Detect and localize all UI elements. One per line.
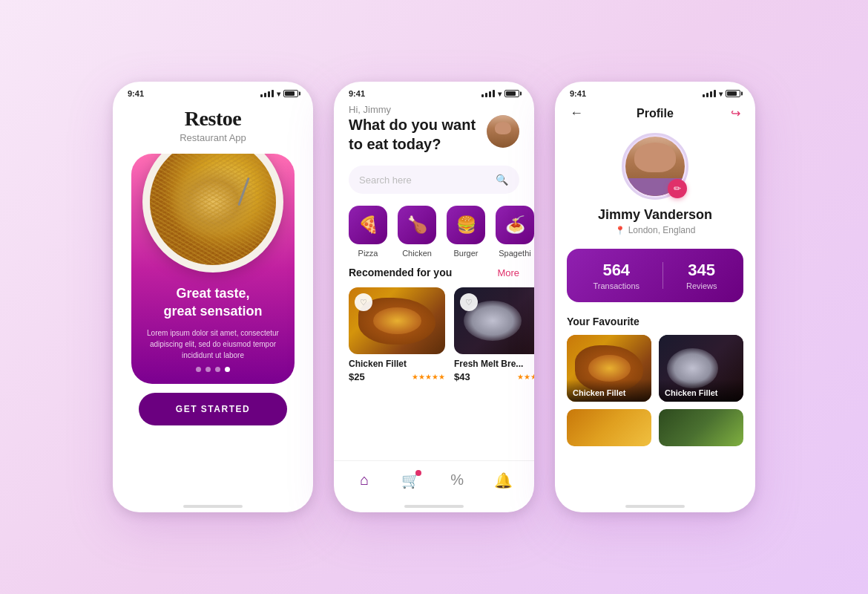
burger-label: Burger [453, 249, 478, 258]
food-card-name-2: Fresh Melt Bre... [454, 359, 534, 369]
wifi-icon-3: ▾ [719, 90, 723, 98]
pizza-icon: 🍕 [358, 215, 378, 235]
bottom-nav: ⌂ 🛒 % 🔔 [334, 460, 534, 499]
food-card-1[interactable]: ♡ Chicken Fillet $25 ★★★★★ [349, 287, 445, 382]
food-cards-row: ♡ Chicken Fillet $25 ★★★★★ ♡ Fresh Melt … [334, 281, 534, 388]
home-indicator-2 [404, 505, 464, 508]
phone2-content: Hi, Jimmy What do you want to eat today?… [334, 101, 534, 499]
status-bar-2: 9:41 ▾ [334, 82, 534, 101]
signal-icon-3 [703, 90, 716, 97]
burger-icon: 🍔 [456, 215, 476, 235]
greeting-row: What do you want to eat today? [349, 115, 519, 154]
category-spagethi[interactable]: 🍝 Spagethi [496, 206, 534, 258]
search-icon: 🔍 [494, 172, 509, 187]
wifi-icon-2: ▾ [498, 90, 502, 98]
spagethi-icon-box: 🍝 [496, 206, 534, 244]
dot-2 [206, 367, 211, 372]
logout-button[interactable]: ↪ [720, 106, 740, 120]
time-3: 9:41 [570, 89, 586, 98]
phone3-content: ← Profile ↪ ✏ Jimmy Vanderson 📍 London, … [555, 101, 755, 499]
signal-icon-2 [481, 90, 495, 97]
fav-img-4 [659, 409, 743, 446]
pizza-label: Pizza [358, 249, 378, 258]
back-button[interactable]: ← [570, 105, 591, 121]
signal-icon-1 [260, 90, 274, 97]
fav-item-2[interactable]: Chicken Fillet [659, 335, 743, 402]
section-title: Recomended for you [349, 267, 452, 278]
section-header: Recomended for you More [334, 264, 534, 281]
food-card-image-2: ♡ [454, 287, 534, 354]
categories-row: 🍕 Pizza 🍗 Chicken 🍔 Burger [334, 200, 534, 264]
profile-page-title: Profile [637, 107, 674, 120]
fav-item-4[interactable] [659, 409, 743, 446]
category-pizza[interactable]: 🍕 Pizza [349, 206, 387, 258]
greeting-small: Hi, Jimmy [349, 104, 519, 115]
fav-row2 [567, 409, 743, 446]
get-started-button[interactable]: GET STARTED [139, 393, 287, 425]
time-1: 9:41 [128, 89, 144, 98]
greeting-big: What do you want to eat today? [349, 115, 479, 154]
burger-icon-box: 🍔 [447, 206, 485, 244]
dot-4-active [225, 367, 230, 372]
favourites-section: Your Favourite Chicken Fillet Chicken Fi… [555, 310, 755, 499]
stat-transactions-value: 564 [602, 261, 630, 280]
nav-cart[interactable]: 🛒 [398, 467, 424, 494]
fav-item-1[interactable]: Chicken Fillet [567, 335, 651, 402]
home-indicator-3 [625, 505, 685, 508]
favourites-title: Your Favourite [567, 316, 743, 327]
food-card-image-1: ♡ [349, 287, 445, 354]
nav-discount[interactable]: % [444, 467, 470, 494]
category-burger[interactable]: 🍔 Burger [447, 206, 485, 258]
stats-card: 564 Transactions 345 Reviews [567, 249, 743, 302]
fav-label-2: Chicken Fillet [659, 379, 743, 402]
nav-bell[interactable]: 🔔 [490, 467, 517, 494]
food-visual [150, 154, 276, 265]
spagethi-label: Spagethi [499, 249, 530, 258]
battery-icon-2 [504, 90, 519, 97]
heart-icon-2[interactable]: ♡ [460, 293, 478, 311]
home-indicator-1 [183, 505, 243, 508]
battery-icon-3 [726, 90, 740, 97]
stat-divider [662, 262, 663, 289]
profile-location-text: London, England [628, 225, 696, 235]
stat-reviews: 345 Reviews [686, 261, 717, 290]
cart-badge [415, 470, 421, 476]
stat-transactions-label: Transactions [593, 281, 640, 290]
card-text-block: Great taste, great sensation [163, 285, 262, 320]
slide-dots [196, 367, 230, 372]
time-2: 9:41 [349, 89, 365, 98]
location-pin-icon: 📍 [615, 226, 625, 235]
profile-name: Jimmy Vanderson [598, 207, 712, 223]
status-icons-1: ▾ [260, 90, 298, 98]
app-name: Restoe [185, 107, 241, 131]
phone-home: 9:41 ▾ Hi, Jimmy What do you want to eat… [334, 82, 534, 512]
status-icons-2: ▾ [481, 90, 519, 98]
food-card-stars-2: ★★★★☆ [517, 373, 534, 381]
nav-home[interactable]: ⌂ [351, 467, 378, 494]
chicken-icon-box: 🍗 [398, 206, 436, 244]
card-headline: Great taste, great sensation [163, 285, 262, 320]
status-bar-3: 9:41 ▾ [555, 82, 755, 101]
fav-label-1: Chicken Fillet [567, 379, 651, 402]
heart-icon-1[interactable]: ♡ [355, 293, 372, 311]
card-description: Lorem ipsum dolor sit amet, consectetur … [131, 327, 295, 361]
stat-reviews-label: Reviews [686, 281, 717, 290]
food-card-row2-1: $25 ★★★★★ [349, 371, 445, 382]
fav-item-3[interactable] [567, 409, 651, 446]
fav-img-3 [567, 409, 651, 446]
dot-3 [215, 367, 220, 372]
section-more-btn[interactable]: More [497, 267, 519, 278]
chicken-label: Chicken [402, 249, 432, 258]
avatar-large-wrapper: ✏ [622, 133, 688, 200]
food-card-2[interactable]: ♡ Fresh Melt Bre... $43 ★★★★☆ [454, 287, 534, 382]
phone-welcome: 9:41 ▾ Restoe Restaurant App [113, 82, 313, 512]
edit-avatar-button[interactable]: ✏ [668, 179, 687, 198]
food-card-row2-2: $43 ★★★★☆ [454, 371, 534, 382]
search-bar[interactable]: Search here 🔍 [349, 166, 519, 194]
user-avatar-small[interactable] [487, 115, 519, 148]
wifi-icon-1: ▾ [277, 90, 280, 98]
profile-header-bar: ← Profile ↪ [555, 101, 755, 127]
pizza-icon-box: 🍕 [349, 206, 387, 244]
category-chicken[interactable]: 🍗 Chicken [398, 206, 436, 258]
dot-1 [196, 367, 201, 372]
